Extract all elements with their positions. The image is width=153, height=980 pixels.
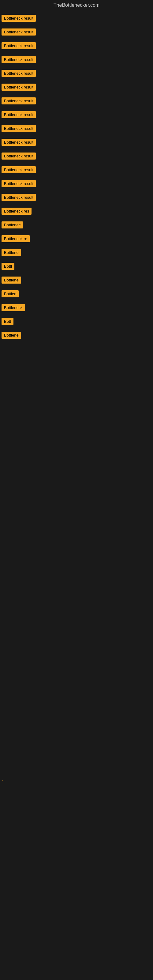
bottleneck-badge[interactable]: Bottlenec <box>2 221 23 229</box>
list-item: Bottleneck result <box>2 179 151 189</box>
bottleneck-badge[interactable]: Bott <box>2 318 13 325</box>
list-item: Bottlene <box>2 275 151 286</box>
list-item: Bottlene <box>2 248 151 258</box>
list-item: Bottleneck result <box>2 83 151 93</box>
bottleneck-badge[interactable]: Bottlene <box>2 332 21 339</box>
bottleneck-badge[interactable]: Bottleneck result <box>2 153 36 159</box>
bottleneck-badge[interactable]: Bottlen <box>2 290 19 298</box>
list-item: Bottlenec <box>2 220 151 231</box>
bottleneck-badge[interactable]: Bottleneck <box>2 304 25 311</box>
bottleneck-badge[interactable]: Bottleneck result <box>2 84 36 91</box>
list-item: Bottleneck result <box>2 13 151 24</box>
bottleneck-badge[interactable]: Bottleneck result <box>2 166 36 173</box>
list-item: Bottleneck result <box>2 55 151 65</box>
bottleneck-badge[interactable]: Bottleneck result <box>2 15 36 22</box>
bottleneck-badge[interactable]: Bottlene <box>2 249 21 256</box>
list-item: Bottleneck re <box>2 234 151 245</box>
bottleneck-badge[interactable]: Bottleneck result <box>2 139 36 146</box>
bottleneck-badge[interactable]: Bottleneck result <box>2 111 36 118</box>
bottleneck-badge[interactable]: Bottlene <box>2 277 21 283</box>
list-item: Bottleneck res <box>2 207 151 217</box>
bottleneck-badge[interactable]: Bottleneck result <box>2 194 36 201</box>
list-item: Bottleneck result <box>2 151 151 162</box>
site-title: TheBottlenecker.com <box>0 0 153 10</box>
list-item: Bottleneck result <box>2 68 151 79</box>
bottom-label: · <box>1 780 4 781</box>
bottleneck-badge[interactable]: Bottleneck result <box>2 97 36 105</box>
bottleneck-badge[interactable]: Bottleneck result <box>2 70 36 77</box>
list-item: Bottleneck result <box>2 41 151 52</box>
bottleneck-badge[interactable]: Bottleneck result <box>2 29 36 35</box>
list-item: Bottleneck result <box>2 124 151 134</box>
list-item: Bott <box>2 317 151 328</box>
list-item: Bottleneck result <box>2 192 151 204</box>
list-item: Bottleneck result <box>2 165 151 176</box>
list-item: Bottleneck result <box>2 27 151 38</box>
spacer <box>0 347 153 409</box>
bottleneck-badge[interactable]: Bottleneck result <box>2 125 36 132</box>
list-item: Bottleneck result <box>2 96 151 107</box>
bottleneck-badge[interactable]: Bottl <box>2 263 14 270</box>
bottleneck-badge[interactable]: Bottleneck result <box>2 42 36 49</box>
list-item: Bottl <box>2 261 151 272</box>
list-item: Bottlene <box>2 331 151 341</box>
bottleneck-badge[interactable]: Bottleneck result <box>2 56 36 63</box>
list-item: Bottleneck result <box>2 110 151 121</box>
bottleneck-badge[interactable]: Bottleneck res <box>2 208 32 215</box>
bottleneck-badge[interactable]: Bottleneck re <box>2 235 30 242</box>
bottleneck-badge[interactable]: Bottleneck result <box>2 180 36 187</box>
list-item: Bottlen <box>2 289 151 300</box>
site-header: TheBottlenecker.com <box>0 0 153 10</box>
list-item: Bottleneck result <box>2 137 151 148</box>
list-item: Bottleneck <box>2 303 151 313</box>
bottleneck-list: Bottleneck resultBottleneck resultBottle… <box>0 10 153 347</box>
